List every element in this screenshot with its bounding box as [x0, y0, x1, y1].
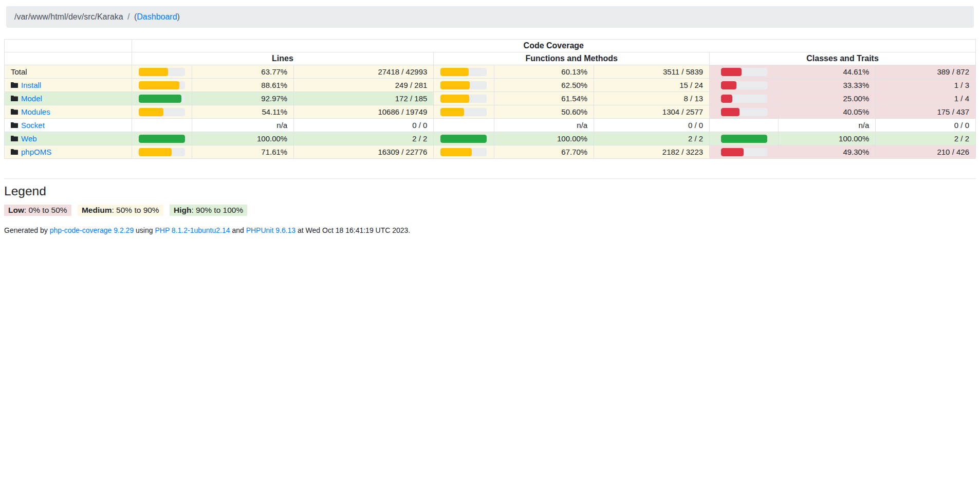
directory-link[interactable]: Install: [21, 81, 41, 89]
legend-high-label: High: [174, 206, 191, 214]
column-group-row: Lines Functions and Methods Classes and …: [5, 52, 976, 65]
lines-progress-track: [139, 95, 185, 103]
lines-progress-track: [139, 68, 185, 76]
classes-count: 210 / 426: [876, 145, 976, 159]
lines-count: 27418 / 42993: [294, 65, 434, 79]
classes-percent: 25.00%: [779, 92, 876, 105]
php-link[interactable]: PHP 8.1.2-1ubuntu2.14: [155, 226, 230, 234]
legend-high-range: : 90% to 100%: [191, 206, 243, 214]
lines-progress-track: [139, 135, 185, 143]
classes-bar-cell: [710, 92, 779, 105]
lines-count: 16309 / 22776: [294, 145, 434, 159]
php-code-coverage-link[interactable]: php-code-coverage 9.2.29: [50, 226, 134, 234]
phpunit-link[interactable]: PHPUnit 9.6.13: [246, 226, 296, 234]
lines-progress-track: [139, 108, 185, 116]
functions-count: 1304 / 2577: [594, 105, 710, 119]
column-group-classes: Classes and Traits: [710, 52, 976, 65]
functions-count: 0 / 0: [594, 119, 710, 132]
functions-progress-bar: [440, 135, 487, 143]
classes-progress-track: [721, 68, 767, 76]
table-row: Total63.77%27418 / 4299360.13%3511 / 583…: [5, 65, 976, 79]
item-name-cell: Install: [5, 79, 132, 92]
lines-percent: 100.00%: [192, 132, 293, 145]
classes-progress-bar: [721, 108, 739, 116]
classes-percent: 49.30%: [779, 145, 876, 159]
lines-progress-bar: [139, 135, 185, 143]
functions-count: 15 / 24: [594, 79, 710, 92]
breadcrumb-separator: /: [125, 12, 132, 21]
classes-percent: n/a: [779, 119, 876, 132]
item-name-cell: phpOMS: [5, 145, 132, 159]
directory-link[interactable]: Web: [21, 134, 37, 143]
item-name-cell: Socket: [5, 119, 132, 132]
report-footer: Legend Low: 0% to 50% Medium: 50% to 90%…: [4, 178, 976, 234]
folder-icon: [11, 82, 18, 88]
classes-progress-track: [721, 135, 767, 143]
lines-count: 10686 / 19749: [294, 105, 434, 119]
classes-bar-cell: [710, 65, 779, 79]
functions-progress-track: [440, 68, 487, 76]
directory-link[interactable]: Modules: [21, 107, 50, 116]
generated-suffix: at Wed Oct 18 16:41:19 UTC 2023.: [295, 226, 410, 234]
functions-progress-bar: [440, 108, 464, 116]
empty-header-cell: [5, 40, 132, 52]
lines-progress-bar: [139, 68, 168, 76]
classes-progress-bar: [721, 81, 736, 89]
directory-link[interactable]: Socket: [21, 121, 45, 130]
classes-bar-cell: [710, 145, 779, 159]
classes-progress-track: [721, 81, 767, 89]
generated-prefix: Generated by: [4, 226, 50, 234]
lines-bar-cell: [132, 79, 192, 92]
functions-bar-cell: [434, 105, 494, 119]
lines-bar-cell: [132, 92, 192, 105]
classes-progress-bar: [721, 68, 742, 76]
functions-percent: n/a: [494, 119, 594, 132]
classes-percent: 40.05%: [779, 105, 876, 119]
functions-bar-cell: [434, 119, 494, 132]
column-group-functions: Functions and Methods: [434, 52, 710, 65]
lines-count: 172 / 185: [294, 92, 434, 105]
legend-medium-label: Medium: [82, 206, 112, 214]
legend-high: High: 90% to 100%: [170, 205, 247, 216]
classes-bar-cell: [710, 132, 779, 145]
classes-count: 2 / 2: [876, 132, 976, 145]
functions-percent: 50.60%: [494, 105, 594, 119]
lines-bar-cell: [132, 119, 192, 132]
functions-percent: 62.50%: [494, 79, 594, 92]
generated-by: Generated by php-code-coverage 9.2.29 us…: [4, 226, 976, 234]
classes-count: 0 / 0: [876, 119, 976, 132]
item-name: Total: [11, 67, 27, 76]
directory-link[interactable]: Model: [21, 94, 42, 103]
classes-count: 175 / 437: [876, 105, 976, 119]
lines-progress-bar: [139, 148, 172, 156]
legend: Low: 0% to 50% Medium: 50% to 90% High: …: [4, 205, 976, 216]
table-title-row: Code Coverage: [5, 40, 976, 52]
generated-mid1: using: [134, 226, 155, 234]
lines-progress-bar: [139, 81, 180, 89]
functions-count: 2 / 2: [594, 132, 710, 145]
item-name-cell: Total: [5, 65, 132, 79]
directory-link[interactable]: phpOMS: [21, 148, 51, 156]
functions-progress-track: [440, 108, 487, 116]
legend-low-range: : 0% to 50%: [24, 206, 67, 214]
folder-icon: [11, 149, 18, 155]
functions-percent: 61.54%: [494, 92, 594, 105]
functions-progress-bar: [440, 81, 469, 89]
classes-count: 389 / 872: [876, 65, 976, 79]
column-group-lines: Lines: [132, 52, 434, 65]
dashboard-link[interactable]: Dashboard: [137, 12, 177, 21]
divider: [4, 178, 976, 179]
functions-progress-bar: [440, 68, 468, 76]
table-row: Model92.97%172 / 18561.54%8 / 1325.00%1 …: [5, 92, 976, 105]
lines-percent: 54.11%: [192, 105, 293, 119]
functions-progress-track: [440, 148, 487, 156]
paren-close: ): [177, 12, 180, 21]
functions-progress-track: [440, 95, 487, 103]
lines-progress-track: [139, 148, 185, 156]
lines-bar-cell: [132, 105, 192, 119]
lines-progress-bar: [139, 95, 182, 103]
table-row: Install88.61%249 / 28162.50%15 / 2433.33…: [5, 79, 976, 92]
functions-bar-cell: [434, 145, 494, 159]
classes-bar-cell: [710, 119, 779, 132]
folder-icon: [11, 108, 18, 115]
